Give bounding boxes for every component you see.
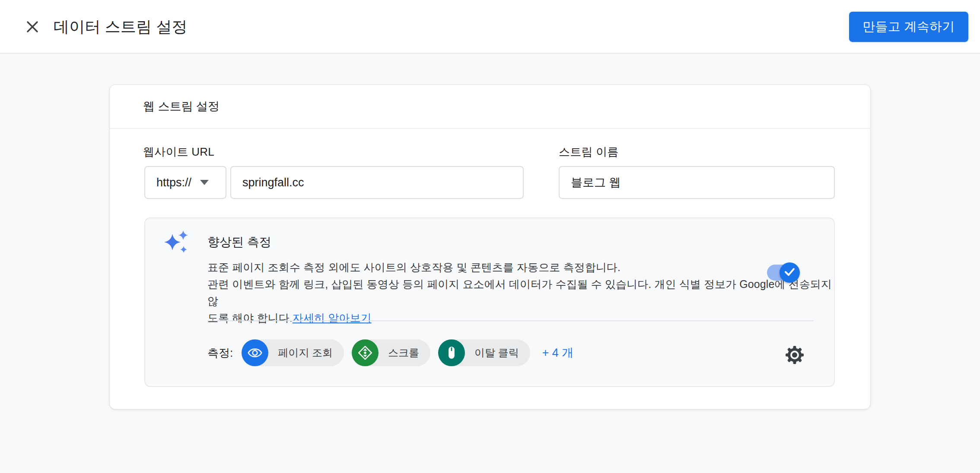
sparkle-icon (163, 229, 190, 258)
website-url-label: 웹사이트 URL (143, 144, 214, 160)
panel-divider (207, 320, 813, 321)
protocol-selected-value: https:// (156, 176, 191, 189)
enhanced-measurement-toggle[interactable] (767, 265, 798, 281)
website-url-input[interactable] (230, 166, 524, 199)
description-line: 관련 이벤트와 함께 링크, 삽입된 동영상 등의 페이지 요소에서 데이터가 … (207, 276, 834, 310)
chip-label: 페이지 조회 (278, 346, 333, 360)
checkmark-icon (780, 262, 800, 284)
chevron-down-icon (200, 180, 209, 185)
toggle-thumb (780, 262, 800, 283)
chip-outbound-click: 이탈 클릭 (438, 339, 530, 366)
more-measurements-link[interactable]: + 4 개 (542, 345, 574, 361)
measure-label: 측정: (207, 345, 233, 361)
page-title: 데이터 스트림 설정 (54, 0, 188, 54)
enhanced-measurement-description: 표준 페이지 조회수 측정 외에도 사이트의 상호작용 및 콘텐츠를 자동으로 … (207, 259, 834, 326)
chip-page-view: 페이지 조회 (242, 339, 344, 366)
chip-scroll: 스크롤 (352, 339, 430, 366)
description-line: 표준 페이지 조회수 측정 외에도 사이트의 상호작용 및 콘텐츠를 자동으로 … (207, 259, 834, 276)
description-line: 도록 해야 합니다.자세히 알아보기 (207, 310, 834, 326)
close-icon (25, 19, 40, 35)
gear-icon (784, 360, 805, 367)
web-stream-setup-card: 웹 스트림 설정 웹사이트 URL 스트림 이름 https:// 향상된 측정… (109, 84, 871, 409)
card-section-title: 웹 스트림 설정 (110, 85, 870, 129)
measurement-row: 측정: 페이지 조회 (207, 339, 573, 366)
mouse-icon (438, 339, 465, 366)
stream-name-label: 스트림 이름 (559, 144, 618, 160)
learn-more-link[interactable]: 자세히 알아보기 (293, 312, 372, 324)
protocol-select[interactable]: https:// (144, 166, 226, 199)
enhanced-measurement-panel: 향상된 측정 표준 페이지 조회수 측정 외에도 사이트의 상호작용 및 콘텐츠… (144, 217, 835, 387)
enhanced-measurement-title: 향상된 측정 (207, 234, 271, 250)
chip-label: 이탈 클릭 (474, 346, 519, 360)
stream-name-input[interactable] (559, 166, 835, 199)
scroll-icon (352, 339, 379, 366)
measurement-settings-button[interactable] (784, 345, 805, 365)
topbar: 데이터 스트림 설정 만들고 계속하기 (0, 0, 980, 54)
chip-label: 스크롤 (388, 346, 419, 360)
create-and-continue-button[interactable]: 만들고 계속하기 (849, 12, 968, 42)
close-button[interactable] (22, 16, 43, 38)
eye-icon (242, 339, 268, 366)
